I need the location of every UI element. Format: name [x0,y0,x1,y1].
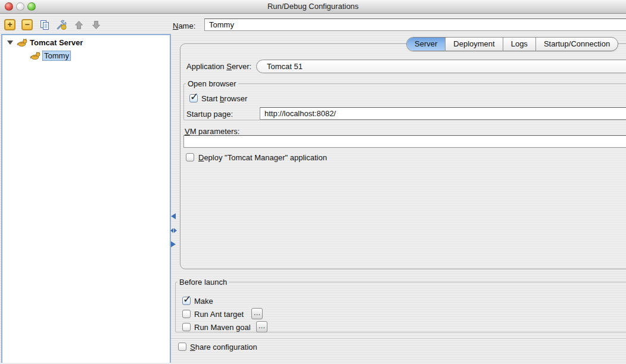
tab-startup-connection[interactable]: Startup/Connection [535,38,618,51]
arrow-up-icon [74,20,83,30]
tree-node-label-selected[interactable]: Tommy [42,51,71,61]
tree-node-tomcat-server[interactable]: Tomcat Server [2,37,170,48]
plus-icon: + [7,20,12,29]
splitter-collapse-left-icon[interactable] [171,213,176,219]
window-title: Run/Debug Configurations [0,0,626,13]
start-browser-checkbox[interactable] [189,94,198,102]
edit-defaults-button[interactable] [56,19,67,30]
share-configuration-checkbox[interactable] [178,343,186,351]
title-bar: Run/Debug Configurations [0,0,626,14]
tree-node-tommy[interactable]: Tommy [30,50,170,61]
vm-parameters-label: VM parameters: [185,127,239,136]
run-maven-goal-browse-button[interactable]: … [256,321,267,332]
deploy-tomcat-manager-checkbox[interactable] [186,153,194,161]
startup-page-label: Startup page: [186,110,233,119]
run-ant-target-browse-button[interactable]: … [251,308,263,319]
vm-parameters-input[interactable] [183,135,626,148]
share-configuration-label: Share configuration [190,343,257,351]
disclosure-triangle-icon[interactable] [7,41,13,45]
run-ant-target-label: Run Ant target [194,310,244,319]
run-maven-goal-checkbox[interactable] [182,323,191,331]
configurations-toolbar: + − [4,19,102,30]
splitter-collapse-right-icon[interactable] [171,241,176,247]
tree-node-label: Tomcat Server [30,38,83,47]
tab-logs[interactable]: Logs [503,38,535,51]
remove-configuration-button[interactable]: − [21,19,33,30]
startup-page-input[interactable] [260,107,626,120]
splitter-resize-icon[interactable] [170,228,173,233]
application-server-label: Application Server: [186,62,251,71]
wrench-gear-icon [56,20,67,30]
run-debug-configurations-dialog: Run/Debug Configurations + − [0,0,626,364]
before-launch-group-title: Before launch [177,278,229,287]
configurations-tree: Tomcat Server Tommy [1,34,171,363]
tab-server[interactable]: Server [407,38,445,51]
deploy-tomcat-manager-label: Deploy "Tomcat Manager" application [198,153,327,162]
bottom-separator [171,338,626,340]
name-label: Name: [173,21,195,30]
arrow-down-icon [92,20,101,30]
move-up-button[interactable] [73,19,85,30]
configuration-tabs: Server Deployment Logs Startup/Connectio… [406,37,618,51]
add-configuration-button[interactable]: + [4,19,15,30]
copy-icon [39,20,50,30]
move-down-button[interactable] [91,19,102,30]
splitter-resize-icon[interactable] [174,228,177,233]
make-checkbox[interactable] [182,297,191,305]
name-input[interactable] [204,18,626,31]
copy-configuration-button[interactable] [39,19,50,30]
run-ant-target-checkbox[interactable] [182,310,191,318]
run-maven-goal-label: Run Maven goal [194,323,251,332]
tomcat-icon [30,51,41,60]
make-label: Make [194,297,213,306]
minus-icon: − [24,20,29,29]
tomcat-icon [17,38,27,47]
open-browser-group-title: Open browser [186,79,238,88]
application-server-combobox[interactable]: Tomcat 51 [256,60,626,73]
tab-deployment[interactable]: Deployment [445,38,502,51]
start-browser-label: Start browser [201,94,247,103]
